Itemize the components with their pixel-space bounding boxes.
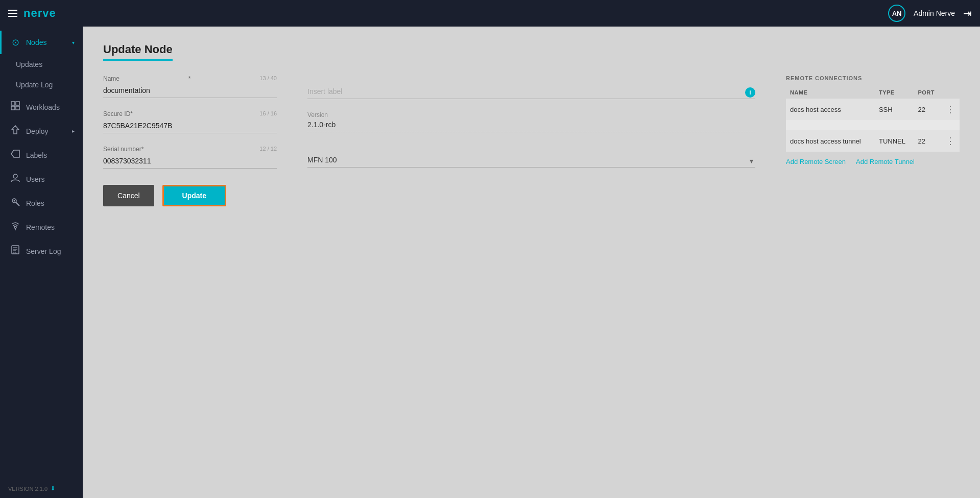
- deploy-icon: [10, 125, 21, 137]
- rc-table: NAME TYPE PORT docs host access SSH 22: [786, 86, 960, 152]
- name-input[interactable]: [103, 84, 277, 98]
- version-group: Version 2.1.0-rcb: [307, 111, 755, 132]
- topbar: nerve AN Admin Nerve ⇥: [0, 0, 980, 27]
- table-row: docs host access tunnel TUNNEL 22 ⋮: [786, 130, 960, 152]
- hamburger-icon[interactable]: [8, 10, 17, 17]
- label-group: i: [307, 75, 755, 99]
- labels-icon: [10, 149, 21, 161]
- sidebar-item-label: Update Log: [16, 81, 53, 89]
- rc-row-actions: ⋮: [942, 99, 960, 120]
- sidebar-item-label: Remotes: [26, 223, 55, 231]
- sidebar-item-label: Server Log: [26, 247, 61, 255]
- rc-row-port: 22: [914, 130, 942, 152]
- svg-line-6: [16, 202, 19, 206]
- roles-icon: [10, 197, 21, 209]
- rc-row-port: 22: [914, 99, 942, 120]
- rc-row-actions: ⋮: [942, 130, 960, 152]
- sidebar: Nodes ▾ Updates Update Log Workloads Dep…: [0, 27, 83, 498]
- sidebar-item-roles[interactable]: Roles: [0, 191, 83, 215]
- rc-row-name: docs host access: [786, 99, 875, 120]
- sidebar-footer: VERSION 2.1.0 ⬇: [0, 479, 83, 498]
- rc-row-gap: [786, 120, 960, 130]
- name-group: Name* 13 / 40: [103, 75, 277, 98]
- sidebar-item-remotes[interactable]: Remotes: [0, 215, 83, 239]
- secure-id-group: Secure ID* 16 / 16: [103, 110, 277, 133]
- workloads-icon: [10, 101, 21, 113]
- info-icon[interactable]: i: [745, 87, 755, 98]
- users-icon: [10, 173, 21, 185]
- cancel-button[interactable]: Cancel: [103, 185, 154, 206]
- svg-point-7: [14, 200, 15, 202]
- version-value: 2.1.0-rcb: [307, 121, 755, 132]
- sidebar-item-label: Deploy: [26, 127, 49, 135]
- version-text: VERSION 2.1.0: [8, 486, 47, 492]
- label-input-wrapper: i: [307, 85, 755, 99]
- logo: nerve: [23, 7, 56, 20]
- sidebar-item-label: Nodes: [26, 38, 46, 46]
- sidebar-item-updates[interactable]: Updates: [0, 54, 83, 75]
- svg-rect-0: [11, 102, 15, 105]
- label-input[interactable]: [307, 85, 755, 99]
- serial-number-label: Serial number* 12 / 12: [103, 146, 277, 153]
- update-button[interactable]: Update: [162, 185, 226, 206]
- avatar: AN: [888, 5, 905, 22]
- button-row: Cancel Update: [103, 185, 277, 206]
- sidebar-item-label: Roles: [26, 199, 44, 207]
- row-menu-icon[interactable]: ⋮: [946, 104, 955, 114]
- version-download-icon[interactable]: ⬇: [51, 485, 55, 492]
- page-title: Update Node: [103, 43, 173, 61]
- user-name: Admin Nerve: [914, 9, 955, 17]
- rc-table-body: docs host access SSH 22 ⋮ docs host acce…: [786, 99, 960, 152]
- rc-row-type: SSH: [875, 99, 914, 120]
- label-label: [307, 75, 755, 82]
- topbar-left: nerve: [8, 7, 56, 20]
- row-menu-icon[interactable]: ⋮: [946, 136, 955, 146]
- logout-icon[interactable]: ⇥: [963, 7, 972, 19]
- svg-text:LOG: LOG: [12, 251, 17, 254]
- model-group: MFN 100 MFN 200 MFN 300 ▾: [307, 145, 755, 168]
- model-select-wrapper: MFN 100 MFN 200 MFN 300 ▾: [307, 154, 755, 168]
- topbar-right: AN Admin Nerve ⇥: [888, 5, 972, 22]
- form-right: i Version 2.1.0-rcb MFN 100 MFN 200 MFN …: [307, 75, 755, 206]
- nodes-icon: [10, 37, 21, 48]
- version-label: Version: [307, 111, 755, 118]
- secure-id-label: Secure ID* 16 / 16: [103, 110, 277, 117]
- rc-col-port: PORT: [914, 86, 942, 99]
- form-left: Name* 13 / 40 Secure ID* 16 / 16 Serial …: [103, 75, 277, 206]
- rc-col-actions: [942, 86, 960, 99]
- sidebar-item-labels[interactable]: Labels: [0, 143, 83, 167]
- add-remote-tunnel-link[interactable]: Add Remote Tunnel: [856, 158, 915, 165]
- svg-rect-2: [11, 106, 15, 110]
- form-layout: Name* 13 / 40 Secure ID* 16 / 16 Serial …: [103, 75, 960, 206]
- sidebar-item-update-log[interactable]: Update Log: [0, 75, 83, 95]
- rc-col-type: TYPE: [875, 86, 914, 99]
- name-label: Name* 13 / 40: [103, 75, 277, 82]
- logo-text: nerve: [23, 7, 56, 20]
- sidebar-item-server-log[interactable]: LOG Server Log: [0, 239, 83, 263]
- serial-number-input[interactable]: [103, 155, 277, 169]
- rc-table-header: NAME TYPE PORT: [786, 86, 960, 99]
- rc-row-type: TUNNEL: [875, 130, 914, 152]
- rc-col-name: NAME: [786, 86, 875, 99]
- sidebar-item-label: Labels: [26, 151, 47, 159]
- rc-row-name: docs host access tunnel: [786, 130, 875, 152]
- table-row: docs host access SSH 22 ⋮: [786, 99, 960, 120]
- add-remote-screen-link[interactable]: Add Remote Screen: [786, 158, 846, 165]
- rc-links: Add Remote Screen Add Remote Tunnel: [786, 158, 960, 165]
- sidebar-item-label: Workloads: [26, 103, 60, 111]
- model-label: [307, 145, 755, 152]
- secure-id-input[interactable]: [103, 120, 277, 133]
- sidebar-item-users[interactable]: Users: [0, 167, 83, 191]
- sidebar-item-workloads[interactable]: Workloads: [0, 95, 83, 119]
- layout: Nodes ▾ Updates Update Log Workloads Dep…: [0, 27, 980, 498]
- svg-rect-1: [16, 102, 19, 105]
- remotes-icon: [10, 221, 21, 233]
- sidebar-item-deploy[interactable]: Deploy ▸: [0, 119, 83, 143]
- svg-point-4: [13, 174, 17, 178]
- model-select[interactable]: MFN 100 MFN 200 MFN 300: [307, 154, 755, 168]
- sidebar-item-label: Updates: [16, 60, 42, 68]
- serverlog-icon: LOG: [10, 245, 21, 257]
- remote-connections: REMOTE CONNECTIONS NAME TYPE PORT docs h…: [786, 75, 960, 206]
- sidebar-item-nodes[interactable]: Nodes ▾: [0, 31, 83, 54]
- rc-section-title: REMOTE CONNECTIONS: [786, 75, 960, 81]
